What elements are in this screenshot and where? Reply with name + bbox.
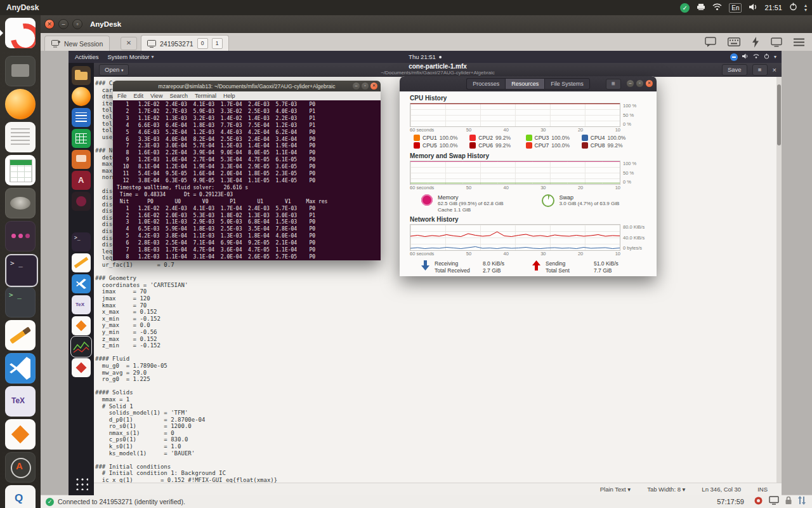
remote-launcher-files[interactable] — [72, 66, 91, 85]
remote-launcher-vscode[interactable] — [72, 274, 91, 293]
menu-hamburger-icon[interactable] — [794, 38, 804, 46]
terminal-window: mzarepour@simlab13: ~/Documents/mfix/Gao… — [113, 81, 381, 260]
terminal-titlebar[interactable]: mzarepour@simlab13: ~/Documents/mfix/Gao… — [113, 81, 381, 91]
record-session-icon[interactable] — [754, 496, 763, 508]
sysmon-maximize-button[interactable]: ▫ — [636, 80, 643, 87]
anydesk-titlebar[interactable]: ✕ – ▫ AnyDesk — [41, 15, 812, 34]
sysmon-close-button[interactable]: ✕ — [646, 80, 653, 87]
tray-chevron-icon: ▾ — [774, 54, 776, 60]
volume-icon[interactable] — [749, 2, 757, 13]
gedit-close-button[interactable]: × — [773, 66, 776, 74]
remote-launcher-maroon-app[interactable] — [72, 192, 91, 211]
cpu-legend-item[interactable]: CPU699.2% — [469, 142, 525, 149]
remote-launcher-red-diamond-app[interactable] — [72, 358, 91, 377]
terminal-output: 1 1.2E-02 2.4E-03 4.1E-03 1.7E-04 2.4E-0… — [113, 100, 381, 260]
host-clock[interactable]: 21:51 — [764, 4, 782, 11]
scrollbar-thumb[interactable] — [777, 84, 781, 145]
menu-help[interactable]: Help — [223, 93, 235, 99]
printer-icon[interactable] — [697, 2, 705, 13]
gedit-headerbar[interactable]: Open ▾ cone-particle-1.mfx ~/Documents/m… — [94, 63, 782, 77]
open-button[interactable]: Open ▾ — [99, 64, 129, 76]
close-session-button[interactable]: ✕ — [121, 37, 137, 50]
x-tick: 40 — [503, 251, 508, 257]
tab-processes[interactable]: Processes — [466, 78, 505, 90]
remote-launcher-notes[interactable] — [72, 253, 91, 272]
show-applications-icon[interactable] — [74, 476, 88, 490]
sysmon-menu-button[interactable]: ≡ — [606, 79, 621, 90]
remote-launcher-terminal[interactable] — [72, 232, 91, 251]
chat-icon[interactable] — [705, 37, 716, 47]
launcher-item-notes[interactable] — [5, 320, 36, 351]
window-close-button[interactable]: ✕ — [44, 19, 55, 29]
launcher-item-software-center[interactable] — [5, 452, 36, 483]
power-icon[interactable] — [789, 2, 797, 13]
launcher-item-vscode[interactable] — [5, 353, 36, 384]
language-selector[interactable]: Plain Text ▾ — [600, 486, 631, 493]
remote-launcher-diamond-app[interactable] — [72, 316, 91, 335]
monitor-1-button[interactable]: 1 — [212, 38, 223, 49]
keyboard-layout-indicator[interactable]: En — [729, 3, 742, 13]
remote-clock[interactable]: Thu 21:51 — [409, 53, 442, 60]
traffic-arrows-icon[interactable] — [798, 496, 806, 507]
launcher-item-terminal2[interactable] — [5, 287, 36, 318]
terminal-maximize-button[interactable]: ▫ — [362, 83, 369, 90]
terminal-minimize-button[interactable]: – — [353, 83, 360, 90]
remote-launcher-impress[interactable] — [72, 150, 91, 169]
menu-edit[interactable]: Edit — [134, 93, 144, 99]
terminal-output-area[interactable]: 1 1.2E-02 2.4E-03 4.1E-03 1.7E-04 2.4E-0… — [113, 100, 381, 260]
remote-launcher-calc[interactable] — [72, 129, 91, 148]
launcher-item-screenshot[interactable] — [5, 56, 36, 86]
cpu-legend-item[interactable]: CPU299.2% — [469, 135, 525, 141]
remote-launcher-firefox[interactable] — [72, 87, 91, 106]
launcher-item-tex[interactable] — [5, 386, 36, 417]
cpu-legend-item[interactable]: CPU4100.0% — [582, 135, 638, 141]
launcher-item-disks[interactable] — [5, 188, 36, 218]
focused-app-menu[interactable]: System Monitor ▾ — [98, 53, 154, 60]
window-minimize-button[interactable]: – — [58, 19, 69, 29]
remote-launcher-red-app[interactable] — [72, 171, 91, 190]
cpu-legend-item[interactable]: CPU3100.0% — [526, 135, 582, 141]
tab-width-selector[interactable]: Tab Width: 8 ▾ — [647, 486, 685, 493]
keyboard-icon[interactable] — [728, 37, 740, 46]
activities-button[interactable]: Activities — [69, 53, 98, 60]
gedit-scrollbar[interactable] — [776, 77, 782, 483]
active-session-tab[interactable]: 241953271 0 1 — [141, 35, 229, 52]
launcher-item-anydesk[interactable] — [5, 18, 36, 48]
new-session-tab[interactable]: New Session — [44, 36, 110, 51]
launcher-item-dots-app[interactable] — [5, 221, 36, 251]
sysmon-minimize-button[interactable]: – — [627, 80, 634, 87]
tab-resources[interactable]: Resources — [505, 78, 544, 90]
launcher-item-pdf-viewer[interactable] — [5, 485, 36, 508]
menu-view[interactable]: View — [150, 93, 162, 99]
anydesk-connected-icon[interactable]: ✓ — [680, 3, 690, 13]
launcher-item-terminal[interactable] — [5, 254, 36, 284]
cpu-legend-item[interactable]: CPU899.2% — [582, 142, 638, 149]
launcher-item-diamond-app[interactable] — [5, 419, 36, 450]
display-settings-icon[interactable] — [771, 37, 782, 47]
menu-search[interactable]: Search — [169, 93, 188, 99]
menu-file[interactable]: File — [117, 93, 127, 99]
wifi-icon[interactable] — [712, 2, 722, 13]
lock-icon[interactable] — [785, 496, 792, 507]
actions-lightning-icon[interactable] — [752, 37, 759, 48]
cpu-legend-item[interactable]: CPU7100.0% — [526, 142, 582, 149]
remote-launcher-system-monitor-active[interactable] — [72, 337, 91, 356]
menu-terminal[interactable]: Terminal — [195, 93, 216, 99]
system-monitor-headerbar[interactable]: Processes Resources File Systems ≡ – ▫ ✕ — [400, 76, 657, 91]
remote-launcher-tex[interactable] — [72, 295, 91, 314]
launcher-item-calc[interactable] — [5, 155, 36, 185]
cpu-legend-item[interactable]: CPU5100.0% — [414, 142, 469, 149]
terminal-close-button[interactable]: ✕ — [370, 83, 377, 90]
remote-launcher-writer[interactable] — [72, 108, 91, 127]
save-button[interactable]: Save — [722, 64, 747, 76]
cpu-legend-item[interactable]: CPU1100.0% — [414, 135, 469, 141]
launcher-item-writer[interactable] — [5, 122, 36, 152]
launcher-item-firefox[interactable] — [5, 89, 36, 119]
session-menu-chevrons[interactable]: ▴▾ — [804, 3, 807, 12]
tab-file-systems[interactable]: File Systems — [544, 78, 590, 90]
gedit-menu-button[interactable]: ≡ — [752, 64, 768, 76]
monitor-0-button[interactable]: 0 — [197, 38, 208, 49]
remote-system-tray[interactable]: ▾ — [730, 51, 776, 63]
display-mode-icon[interactable] — [769, 496, 779, 507]
window-maximize-button[interactable]: ▫ — [72, 19, 82, 29]
